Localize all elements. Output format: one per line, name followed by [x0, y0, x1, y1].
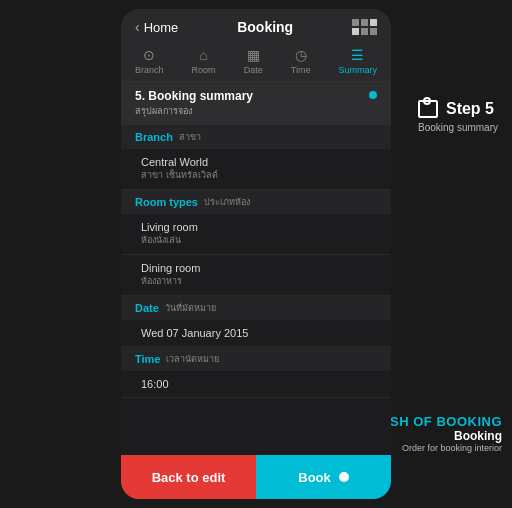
phone-container: ‹ Home Booking ⊙ Branch	[121, 9, 391, 499]
logo-cell	[361, 19, 368, 26]
time-sub-label: เวลานัดหมาย	[166, 352, 219, 366]
back-to-edit-button[interactable]: Back to edit	[121, 455, 256, 499]
book-button[interactable]: Book	[256, 455, 391, 499]
phone-header: ‹ Home Booking	[121, 9, 391, 43]
section-title: 5. Booking summary	[135, 89, 253, 103]
time-value: 16:00	[141, 378, 371, 390]
room-2-row: Dining room ห้องอาหาร	[121, 255, 391, 296]
page-wrapper: ‹ Home Booking ⊙ Branch	[0, 0, 512, 508]
branch-sub-label: สาขา	[179, 130, 201, 144]
step-box: Step 5	[418, 100, 494, 118]
tab-time-label: Time	[291, 65, 311, 75]
room-2-sub: ห้องอาหาร	[141, 274, 371, 288]
tab-date-label: Date	[244, 65, 263, 75]
logo-cell	[352, 19, 359, 26]
logo-cell	[370, 19, 377, 26]
tab-room-label: Room	[192, 65, 216, 75]
room-icon: ⌂	[199, 47, 207, 63]
time-value-row: 16:00	[121, 371, 391, 398]
design-square-logo	[352, 19, 377, 35]
date-icon: ▦	[247, 47, 260, 63]
branch-label-row: Branch สาขา	[121, 125, 391, 149]
branch-value-row: Central World สาขา เซ็นทรัลเวิลด์	[121, 149, 391, 190]
back-home-button[interactable]: ‹ Home	[135, 19, 178, 35]
booking-summary-header: 5. Booking summary สรุปผลการจอง	[121, 82, 391, 125]
room-1-row: Living room ห้องนั่งเล่น	[121, 214, 391, 255]
date-value-row: Wed 07 January 2015	[121, 320, 391, 347]
phone-footer: Back to edit Book	[121, 455, 391, 499]
tab-branch[interactable]: ⊙ Branch	[135, 47, 164, 75]
header-title: Booking	[237, 19, 293, 35]
step-icon	[418, 100, 438, 118]
date-sub-label: วันที่มัดหมาย	[165, 301, 216, 315]
room-2-name: Dining room	[141, 262, 371, 274]
step-number: Step 5	[446, 100, 494, 118]
room-1-sub: ห้องนั่งเล่น	[141, 233, 371, 247]
tab-date[interactable]: ▦ Date	[244, 47, 263, 75]
branch-value: Central World	[141, 156, 371, 168]
room-types-label: Room types	[135, 196, 198, 208]
room-types-label-row: Room types ประเภทห้อง	[121, 190, 391, 214]
date-value: Wed 07 January 2015	[141, 327, 371, 339]
section-subtitle: สรุปผลการจอง	[135, 106, 192, 116]
logo-row-1	[352, 19, 377, 26]
time-icon: ◷	[295, 47, 307, 63]
logo-cell	[370, 28, 377, 35]
branch-label: Branch	[135, 131, 173, 143]
home-label: Home	[144, 20, 179, 35]
tab-branch-label: Branch	[135, 65, 164, 75]
time-label: Time	[135, 353, 160, 365]
time-label-row: Time เวลานัดหมาย	[121, 347, 391, 371]
room-1-name: Living room	[141, 221, 371, 233]
date-label: Date	[135, 302, 159, 314]
summary-icon: ☰	[351, 47, 364, 63]
tab-time[interactable]: ◷ Time	[291, 47, 311, 75]
tab-summary-label: Summary	[338, 65, 377, 75]
book-label: Book	[298, 470, 331, 485]
room-types-sub-label: ประเภทห้อง	[204, 195, 250, 209]
step-description: Booking summary	[418, 122, 498, 133]
branch-icon: ⊙	[143, 47, 155, 63]
phone-content: 5. Booking summary สรุปผลการจอง Branch ส…	[121, 82, 391, 455]
logo-cell	[352, 28, 359, 35]
logo-cell	[361, 28, 368, 35]
section-dot	[369, 91, 377, 99]
nav-tabs: ⊙ Branch ⌂ Room ▦ Date ◷ Time ☰ Summary	[121, 43, 391, 82]
chevron-left-icon: ‹	[135, 19, 140, 35]
branch-value-sub: สาขา เซ็นทรัลเวิลด์	[141, 168, 371, 182]
tab-summary[interactable]: ☰ Summary	[338, 47, 377, 75]
tab-room[interactable]: ⌂ Room	[192, 47, 216, 75]
book-dot-icon	[339, 472, 349, 482]
date-label-row: Date วันที่มัดหมาย	[121, 296, 391, 320]
logo-row-2	[352, 28, 377, 35]
step-indicator: Step 5 Booking summary	[418, 100, 498, 133]
